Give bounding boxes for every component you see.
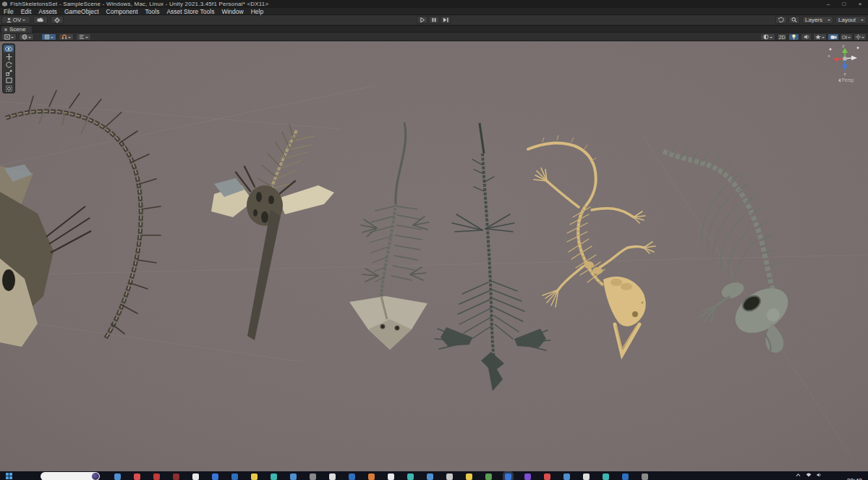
taskbar-app-1[interactable] — [114, 473, 121, 480]
taskbar-app-11[interactable] — [310, 473, 316, 480]
grid-visibility-dropdown[interactable] — [41, 33, 56, 41]
view-tool-button[interactable] — [4, 45, 14, 52]
snap-increment-dropdown[interactable] — [76, 33, 91, 41]
account-dropdown[interactable]: OV — [1, 16, 30, 24]
taskbar-app-4[interactable] — [173, 473, 179, 480]
step-icon — [443, 17, 448, 22]
network-icon[interactable] — [806, 473, 812, 477]
menu-gameobject[interactable]: GameObject — [61, 8, 103, 15]
cloud-button[interactable] — [33, 16, 48, 24]
taskbar-app-10[interactable] — [290, 473, 297, 480]
gizmos-dropdown[interactable] — [854, 33, 867, 41]
axis-y-label: y — [843, 43, 845, 48]
lighting-toggle[interactable] — [788, 33, 799, 41]
minimize-button[interactable]: – — [820, 0, 836, 8]
2d-toggle[interactable]: 2D — [777, 33, 787, 41]
play-icon — [420, 17, 425, 22]
pause-button[interactable] — [429, 16, 440, 24]
taskbar-app-17[interactable] — [427, 473, 433, 480]
taskbar-app-3[interactable] — [153, 473, 160, 480]
step-button[interactable] — [441, 16, 451, 24]
scale-tool-button[interactable] — [4, 69, 14, 76]
menu-file[interactable]: File — [0, 8, 17, 15]
menu-assets[interactable]: Assets — [35, 8, 61, 15]
scene-object-catfish-skeleton[interactable] — [344, 119, 434, 358]
projection-label: Persp — [842, 77, 854, 83]
taskbar-app-18[interactable] — [446, 473, 453, 480]
taskbar-app-27[interactable] — [622, 473, 629, 480]
projection-toggle[interactable]: Persp — [826, 77, 864, 83]
tray-chevron-up-icon[interactable] — [796, 473, 801, 477]
taskbar-app-25[interactable] — [583, 473, 590, 480]
2d-label: 2D — [779, 35, 786, 40]
maximize-button[interactable]: □ — [836, 0, 852, 8]
taskbar-app-9[interactable] — [271, 473, 277, 480]
taskbar-app-5[interactable] — [192, 473, 199, 480]
tool-settings-pivot-dropdown[interactable] — [1, 33, 17, 41]
camera-settings-icon — [842, 35, 847, 40]
camera-settings-dropdown[interactable] — [840, 33, 853, 41]
taskbar-app-15[interactable] — [388, 473, 394, 480]
menu-asset-store-tools[interactable]: Asset Store Tools — [163, 8, 218, 15]
title-bar: FishSkeletonsSet - SampleScene - Windows… — [0, 0, 868, 8]
menu-help[interactable]: Help — [247, 8, 267, 15]
taskbar-app-6[interactable] — [212, 473, 218, 480]
effects-dropdown[interactable] — [813, 33, 827, 41]
layout-dropdown[interactable]: Layout — [835, 16, 867, 24]
menu-component[interactable]: Component — [103, 8, 142, 15]
taskbar-app-14[interactable] — [368, 473, 375, 480]
undo-history-button[interactable] — [775, 16, 787, 24]
layers-label: Layers — [805, 17, 822, 23]
taskbar-app-19[interactable] — [466, 473, 472, 480]
menu-window[interactable]: Window — [218, 8, 247, 15]
volume-icon[interactable] — [817, 473, 822, 477]
search-button[interactable] — [788, 16, 800, 24]
search-icon — [791, 17, 797, 23]
tab-scene[interactable]: Scene — [1, 26, 32, 33]
snap-settings-dropdown[interactable] — [59, 33, 74, 41]
settings-button[interactable] — [51, 16, 64, 24]
taskbar-clock[interactable]: 20:40 — [847, 477, 862, 480]
taskbar-app-26[interactable] — [603, 473, 609, 480]
taskbar-app-16[interactable] — [407, 473, 414, 480]
layers-dropdown[interactable]: Layers — [802, 16, 833, 24]
transform-tool-button[interactable] — [4, 85, 14, 92]
taskbar-app-21[interactable] — [505, 473, 511, 480]
camera-toggle[interactable] — [827, 33, 839, 41]
scene-object-lizard-skeleton[interactable] — [506, 138, 676, 362]
scene-object-large-fish-skeleton[interactable] — [655, 141, 803, 351]
layout-label: Layout — [838, 17, 856, 23]
taskbar-search-box[interactable] — [41, 472, 100, 480]
scene-object-fish-skeleton-closeup[interactable] — [0, 99, 174, 353]
chevron-down-icon — [848, 37, 851, 40]
rect-tool-button[interactable] — [4, 77, 14, 84]
taskbar-app-8[interactable] — [251, 473, 258, 480]
close-button[interactable]: × — [852, 0, 868, 8]
axis-z-label: z — [844, 72, 846, 76]
lightbulb-icon — [791, 34, 796, 40]
scene-object-longsnout-fish-skeleton[interactable] — [208, 125, 342, 356]
draw-mode-dropdown[interactable] — [760, 33, 775, 41]
history-icon — [778, 17, 784, 23]
menu-tools[interactable]: Tools — [142, 8, 163, 15]
play-button[interactable] — [417, 16, 428, 24]
taskbar-app-12[interactable] — [329, 473, 336, 480]
taskbar-app-23[interactable] — [544, 473, 550, 480]
move-tool-button[interactable] — [4, 53, 14, 60]
orientation-gizmo[interactable]: y x z Persp — [826, 43, 864, 83]
menu-edit[interactable]: Edit — [17, 8, 35, 15]
tool-settings-orientation-dropdown[interactable] — [19, 33, 34, 41]
scene-viewport[interactable]: y x z Persp — [0, 41, 868, 471]
chevron-down-icon — [85, 37, 88, 40]
taskbar-app-13[interactable] — [349, 473, 355, 480]
taskbar-app-24[interactable] — [563, 473, 570, 480]
chevron-down-icon — [68, 37, 71, 40]
audio-toggle[interactable] — [801, 33, 812, 41]
taskbar-app-20[interactable] — [485, 473, 492, 480]
taskbar-app-2[interactable] — [134, 473, 140, 480]
taskbar-app-7[interactable] — [231, 473, 238, 480]
start-button[interactable] — [6, 473, 12, 479]
taskbar-app-22[interactable] — [524, 473, 531, 480]
taskbar-app-28[interactable] — [642, 473, 648, 480]
rotate-tool-button[interactable] — [4, 61, 14, 68]
